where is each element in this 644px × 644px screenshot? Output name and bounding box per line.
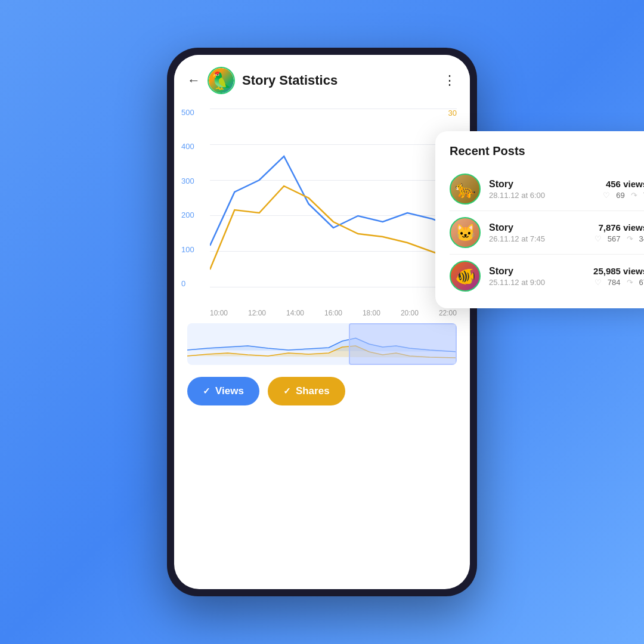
- shares-count-2: 34: [639, 234, 644, 243]
- mini-chart-navigator[interactable]: [187, 323, 457, 365]
- chart-svg: [210, 109, 457, 287]
- chart-area: 500 400 300 200 100 0 30 0: [174, 103, 470, 589]
- views-button-label: Views: [215, 385, 244, 397]
- post-avatar-2: 🐱: [450, 217, 481, 248]
- post-engagement-1: ♡ 69 ↷ 7: [603, 191, 644, 200]
- post-avatar-3: 🐠: [450, 261, 481, 292]
- x-label-20: 20:00: [401, 309, 419, 317]
- post-views-count-3: 25,985 views: [593, 266, 644, 276]
- post-engagement-3: ♡ 784 ↷ 67: [593, 278, 644, 287]
- shares-filter-button[interactable]: ✓ Shares: [268, 377, 345, 405]
- heart-icon-2: ♡: [595, 234, 602, 243]
- profile-avatar: [208, 67, 235, 94]
- post-item-2[interactable]: 🐱 Story 26.11.12 at 7:45 7,876 views ♡ 5…: [450, 211, 644, 255]
- y-label-300: 300: [181, 177, 194, 185]
- post-info-2: Story 26.11.12 at 7:45: [489, 222, 586, 243]
- share-icon-2: ↷: [627, 234, 633, 243]
- heart-icon-1: ♡: [603, 191, 610, 200]
- post-stats-3: 25,985 views ♡ 784 ↷ 67: [593, 266, 644, 287]
- post-views-count-2: 7,876 views: [595, 222, 644, 233]
- post-name-2: Story: [489, 222, 586, 233]
- x-label-16: 16:00: [324, 309, 342, 317]
- share-icon-1: ↷: [631, 191, 637, 200]
- phone-device: ← Story Statistics ⋮ 500 400 300 200 100…: [167, 48, 477, 596]
- post-views-count-1: 456 views: [603, 179, 644, 189]
- x-label-18: 18:00: [363, 309, 380, 317]
- parrot-avatar-image: [209, 68, 234, 93]
- likes-count-2: 567: [608, 234, 621, 243]
- share-icon-3: ↷: [627, 278, 633, 287]
- y-label-0: 0: [181, 280, 194, 287]
- x-label-22: 22:00: [439, 309, 457, 317]
- more-options-button[interactable]: ⋮: [443, 73, 457, 88]
- post-stats-1: 456 views ♡ 69 ↷ 7: [603, 179, 644, 200]
- shares-check-icon: ✓: [283, 386, 291, 397]
- heart-icon-3: ♡: [595, 278, 602, 287]
- post-item-1[interactable]: 🐆 Story 28.11.12 at 6:00 456 views ♡ 69 …: [450, 168, 644, 211]
- x-label-12: 12:00: [248, 309, 266, 317]
- post-info-3: Story 25.11.12 at 9:00: [489, 266, 585, 287]
- recent-posts-card: Recent Posts 🐆 Story 28.11.12 at 6:00 45…: [435, 131, 644, 308]
- post-name-3: Story: [489, 266, 585, 277]
- page-title: Story Statistics: [242, 73, 436, 88]
- chart-selection-handle[interactable]: [349, 323, 457, 365]
- x-axis-labels: 10:00 12:00 14:00 16:00 18:00 20:00 22:0…: [174, 305, 470, 321]
- y-label-200: 200: [181, 211, 194, 219]
- y-label-100: 100: [181, 246, 194, 253]
- y-axis-left: 500 400 300 200 100 0: [181, 109, 194, 287]
- post-date-3: 25.11.12 at 9:00: [489, 278, 585, 287]
- views-filter-button[interactable]: ✓ Views: [187, 377, 259, 405]
- shares-button-label: Shares: [296, 385, 330, 397]
- post-date-1: 28.11.12 at 6:00: [489, 191, 595, 200]
- post-item-3[interactable]: 🐠 Story 25.11.12 at 9:00 25,985 views ♡ …: [450, 255, 644, 298]
- phone-screen: ← Story Statistics ⋮ 500 400 300 200 100…: [174, 55, 470, 589]
- post-date-2: 26.11.12 at 7:45: [489, 234, 586, 243]
- post-info-1: Story 28.11.12 at 6:00: [489, 179, 595, 200]
- post-stats-2: 7,876 views ♡ 567 ↷ 34: [595, 222, 644, 243]
- back-button[interactable]: ←: [187, 73, 200, 88]
- recent-posts-title: Recent Posts: [450, 144, 644, 158]
- filter-buttons: ✓ Views ✓ Shares: [174, 371, 470, 421]
- post-avatar-1: 🐆: [450, 174, 481, 205]
- x-label-10: 10:00: [210, 309, 228, 317]
- y-label-400: 400: [181, 143, 194, 150]
- x-label-14: 14:00: [286, 309, 304, 317]
- app-header: ← Story Statistics ⋮: [174, 55, 470, 103]
- likes-count-1: 69: [616, 191, 624, 200]
- shares-count-3: 67: [639, 278, 644, 287]
- likes-count-3: 784: [608, 278, 621, 287]
- post-name-1: Story: [489, 179, 595, 190]
- post-engagement-2: ♡ 567 ↷ 34: [595, 234, 644, 243]
- views-check-icon: ✓: [203, 386, 210, 397]
- main-chart: 500 400 300 200 100 0 30 0: [174, 103, 470, 305]
- y-label-500: 500: [181, 109, 194, 116]
